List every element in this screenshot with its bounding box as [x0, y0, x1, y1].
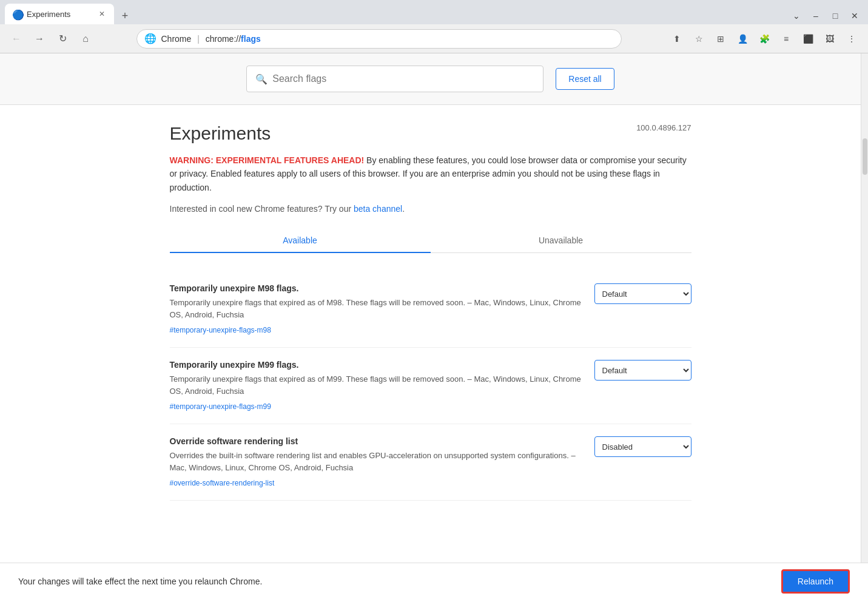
address-bar[interactable]: 🌐 Chrome | chrome://flags: [136, 29, 622, 49]
refresh-button[interactable]: ↻: [53, 30, 72, 48]
back-button[interactable]: ←: [7, 30, 25, 48]
flag-select-disabled[interactable]: Default Enabled Disabled: [594, 436, 691, 457]
warning-text: WARNING: EXPERIMENTAL FEATURES AHEAD! By…: [170, 154, 691, 194]
bottom-bar: Your changes will take effect the next t…: [0, 563, 868, 599]
new-tab-button[interactable]: +: [116, 7, 133, 24]
flag-item: Temporarily unexpire M99 flags. Temporar…: [170, 348, 691, 424]
flag-select[interactable]: Default Enabled Disabled: [594, 283, 691, 304]
experiments-body: Experiments 100.0.4896.127 WARNING: EXPE…: [158, 105, 704, 561]
search-icon: 🔍: [255, 73, 267, 85]
search-area: 🔍 Reset all: [0, 53, 861, 105]
flag-desc: Temporarily unexpire flags that expired …: [170, 373, 582, 397]
flag-info: Temporarily unexpire M98 flags. Temporar…: [170, 283, 582, 335]
flag-name: Temporarily unexpire M99 flags.: [170, 360, 582, 370]
avatar-icon[interactable]: 🖼: [821, 30, 839, 48]
flag-name: Temporarily unexpire M98 flags.: [170, 283, 582, 293]
site-security-icon: 🌐: [144, 33, 156, 44]
address-path: flags: [241, 34, 261, 44]
toolbar-right: ⬆ ☆ ⊞ 👤 🧩 ≡ ⬛ 🖼 ⋮: [668, 30, 861, 48]
chevron-down-icon[interactable]: ⌄: [788, 10, 805, 22]
bottom-message: Your changes will take effect the next t…: [18, 577, 262, 586]
flag-desc: Overrides the built-in software renderin…: [170, 450, 582, 473]
window-controls: ⌄ – □ ✕: [788, 10, 863, 24]
flag-name: Override software rendering list: [170, 436, 582, 446]
flag-anchor[interactable]: #temporary-unexpire-flags-m99: [170, 402, 271, 411]
flag-control: Default Enabled Disabled: [594, 360, 691, 381]
toolbar: ← → ↻ ⌂ 🌐 Chrome | chrome://flags ⬆ ☆ ⊞ …: [0, 24, 868, 53]
maximize-button[interactable]: □: [827, 10, 844, 22]
flag-select[interactable]: Default Enabled Disabled: [594, 360, 691, 381]
flag-anchor[interactable]: #override-software-rendering-list: [170, 479, 275, 487]
close-button[interactable]: ✕: [846, 10, 863, 22]
title-bar: 🔵 Experiments ✕ + ⌄ – □ ✕: [0, 0, 868, 24]
browser-frame: 🔵 Experiments ✕ + ⌄ – □ ✕ ← → ↻ ⌂ 🌐 Chro…: [0, 0, 868, 599]
active-tab[interactable]: 🔵 Experiments ✕: [5, 4, 114, 24]
forward-button[interactable]: →: [30, 30, 49, 48]
tab-title: Experiments: [27, 10, 92, 19]
profile-icon[interactable]: 👤: [733, 30, 752, 48]
beta-channel-link[interactable]: beta channel: [354, 204, 402, 214]
version-text: 100.0.4896.127: [636, 123, 691, 132]
flag-info: Temporarily unexpire M99 flags. Temporar…: [170, 360, 582, 411]
flag-control: Default Enabled Disabled: [594, 436, 691, 457]
flag-item: Temporarily unexpire M98 flags. Temporar…: [170, 271, 691, 348]
flag-item: Override software rendering list Overrid…: [170, 424, 691, 501]
scrollbar-thumb[interactable]: [863, 138, 867, 175]
address-text: Chrome | chrome://flags: [161, 34, 614, 44]
bookmark-icon[interactable]: ☆: [690, 30, 708, 48]
page-title: Experiments: [170, 123, 271, 144]
screenshot-icon[interactable]: ⊞: [712, 30, 730, 48]
tab-favicon: 🔵: [12, 9, 22, 19]
address-protocol: chrome://: [206, 34, 241, 44]
warning-prefix: WARNING: EXPERIMENTAL FEATURES AHEAD!: [170, 155, 365, 165]
search-box: 🔍: [246, 66, 543, 92]
scrollbar[interactable]: [861, 53, 868, 599]
minimize-button[interactable]: –: [807, 10, 824, 22]
tabs-bar: Available Unavailable: [170, 228, 691, 253]
interested-text: Interested in cool new Chrome features? …: [170, 204, 691, 214]
menu-icon[interactable]: ⋮: [843, 30, 861, 48]
flag-control: Default Enabled Disabled: [594, 283, 691, 304]
home-button[interactable]: ⌂: [76, 30, 95, 48]
share-icon[interactable]: ⬆: [668, 30, 686, 48]
address-separator: |: [197, 34, 200, 44]
search-input[interactable]: [272, 73, 534, 84]
interested-prefix: Interested in cool new Chrome features? …: [170, 204, 354, 214]
interested-end: .: [402, 204, 405, 214]
flag-desc: Temporarily unexpire flags that expired …: [170, 297, 582, 320]
page-content: 🔍 Reset all Experiments 100.0.4896.127 W…: [0, 53, 861, 599]
flag-info: Override software rendering list Overrid…: [170, 436, 582, 488]
tab-close-button[interactable]: ✕: [97, 9, 107, 19]
split-icon[interactable]: ⬛: [799, 30, 817, 48]
experiments-header: Experiments 100.0.4896.127: [170, 123, 691, 144]
tab-strip: 🔵 Experiments ✕ +: [5, 4, 788, 24]
reset-all-button[interactable]: Reset all: [556, 68, 614, 90]
flags-list: Temporarily unexpire M98 flags. Temporar…: [170, 271, 691, 501]
tab-unavailable[interactable]: Unavailable: [431, 228, 691, 252]
relaunch-button[interactable]: Relaunch: [781, 569, 850, 594]
flag-anchor[interactable]: #temporary-unexpire-flags-m98: [170, 326, 271, 334]
media-icon[interactable]: ≡: [777, 30, 795, 48]
extensions-icon[interactable]: 🧩: [755, 30, 773, 48]
tab-available[interactable]: Available: [170, 228, 431, 252]
